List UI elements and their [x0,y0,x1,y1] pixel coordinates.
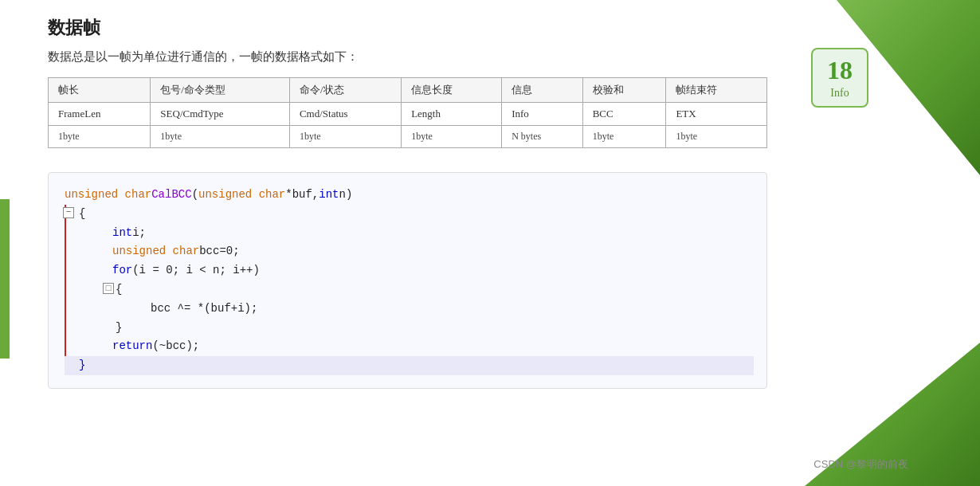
code-open-brace-line: − { [65,205,754,224]
col-length-en: Length [402,103,502,126]
code-funcname: CalBCC [151,186,191,205]
col-cmdstatus-en: Cmd/Status [289,103,401,126]
code-block: unsigned char CalBCC(unsigned char *buf,… [48,172,767,389]
code-params-open: ( [192,186,198,205]
data-seqcmd: 1byte [151,126,290,148]
code-int-keyword: int [112,224,132,243]
content-area: 数据帧 数据总是以一帧为单位进行通信的，一帧的数据格式如下： 帧长 包号/命令类… [48,16,805,470]
col-framelen-en: FrameLen [49,103,151,126]
code-inner-vertical-line [65,280,66,337]
info-badge: 18 Info [811,48,868,108]
code-for-open-brace: { [116,280,122,300]
col-seqcmd-cn: 包号/命令类型 [151,78,290,103]
code-line-bcc-xor: bcc ^= *(buf+i); [79,300,754,319]
code-param-n: n) [339,186,353,205]
code-line-for: for(i = 0; i < n; i++) [65,261,754,280]
code-return-kw: return [112,337,152,356]
data-info: N bytes [502,126,582,148]
table-row-cn-headers: 帧长 包号/命令类型 命令/状态 信息长度 信息 校验和 帧结束符 [49,78,767,103]
col-info-en: Info [502,103,582,126]
code-brace-region: − { int i; unsigned char bcc=0; for(i = … [65,205,754,375]
col-length-cn: 信息长度 [402,78,502,103]
code-function-signature: unsigned char CalBCC(unsigned char *buf,… [65,186,754,205]
for-collapse-button[interactable]: □ [103,283,114,294]
code-unsigned: unsigned char [65,186,151,205]
code-bcc-init: bcc=0; [199,242,239,261]
data-length: 1byte [402,126,502,148]
col-cmdstatus-cn: 命令/状态 [289,78,401,103]
code-param-type1: unsigned char [198,186,285,205]
code-int-kw: int [319,186,339,205]
code-line-int-i: int i; [65,224,754,243]
col-bcc-en: BCC [582,103,666,126]
code-open-brace: { [79,205,85,224]
code-for-close-brace-line: } [79,319,754,338]
section-title: 数据帧 [48,16,805,40]
code-for-expr: (i = 0; i < n; i++) [132,261,260,280]
col-etx-cn: 帧结束符 [666,78,766,103]
col-framelen-cn: 帧长 [49,78,151,103]
code-for-open-brace-line: □ { [79,280,754,300]
code-param-ptr: *buf, [285,186,319,205]
main-container: 18 Info 数据帧 数据总是以一帧为单位进行通信的，一帧的数据格式如下： 帧… [0,0,980,486]
info-number: 18 [827,56,853,85]
code-close-brace-line: } [65,356,754,375]
info-label: Info [830,87,849,99]
data-framelen: 1byte [49,126,151,148]
col-etx-en: ETX [666,103,766,126]
col-info-cn: 信息 [502,78,582,103]
code-unsigned-char: unsigned char [112,242,199,261]
col-seqcmd-en: SEQ/CmdType [151,103,290,126]
code-return-val: (~bcc); [152,337,199,356]
table-row-data: 1byte 1byte 1byte 1byte N bytes 1byte 1b… [49,126,767,148]
code-for-close-brace: } [116,319,122,338]
table-row-en-headers: FrameLen SEQ/CmdType Cmd/Status Length I… [49,103,767,126]
section-description: 数据总是以一帧为单位进行通信的，一帧的数据格式如下： [48,49,805,65]
left-green-bar [0,199,10,359]
data-etx: 1byte [666,126,766,148]
code-bcc-xor: bcc ^= *(buf+i); [151,300,257,319]
data-frame-table: 帧长 包号/命令类型 命令/状态 信息长度 信息 校验和 帧结束符 FrameL… [48,77,767,148]
code-for-block: □ { bcc ^= *(buf+i); } [65,280,754,337]
code-var-i: i; [132,224,146,243]
code-line-bcc-decl: unsigned char bcc=0; [65,242,754,261]
col-bcc-cn: 校验和 [582,78,666,103]
data-cmdstatus: 1byte [289,126,401,148]
code-close-brace: } [79,356,85,375]
collapse-button[interactable]: − [63,207,74,218]
csdn-watermark: CSDN @黎明的前夜 [813,457,908,472]
data-bcc: 1byte [582,126,666,148]
code-for-kw: for [112,261,132,280]
code-line-return: return (~bcc); [65,337,754,356]
